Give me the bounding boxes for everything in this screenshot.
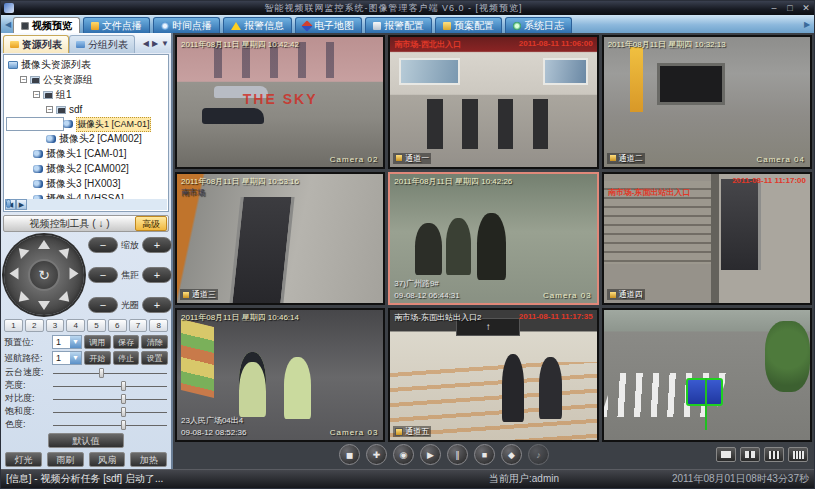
collapse-icon[interactable]: − <box>46 106 53 113</box>
tree-item-camera2b[interactable]: 摄像头2 [CAM002] <box>6 161 168 176</box>
video-cell-5-selected[interactable]: 2011年08月11日 星期四 10:42:26 37)广州路9# 09-08-… <box>388 172 598 306</box>
video-cell-3[interactable]: 2011年08月11日 星期四 10:32:13 通道二 Camera 04 <box>602 35 812 169</box>
minimize-button[interactable]: – <box>769 3 779 13</box>
stop-button[interactable]: ■ <box>474 444 495 465</box>
tab-system-log[interactable]: 系统日志 <box>505 17 572 33</box>
focus-far-button[interactable]: + <box>142 267 172 283</box>
tab-file-playback[interactable]: 文件点播 <box>83 17 150 33</box>
scroll-right-arrow-icon[interactable]: ▶ <box>16 199 27 210</box>
record-button[interactable]: ◆ <box>501 444 522 465</box>
video-cell-6[interactable]: 2011-08-11 11:17:00 南市场-东面出站出入口 通道四 <box>602 172 812 306</box>
cruise-stop-button[interactable]: 停止 <box>113 351 140 365</box>
play-button[interactable]: ▶ <box>420 444 441 465</box>
ptz-downright-icon[interactable] <box>59 291 74 306</box>
layout-sixteen-button[interactable] <box>788 447 808 462</box>
tab-scroll-right[interactable]: ▶ <box>802 20 812 29</box>
video-cell-4[interactable]: 2011年08月11日 星期四 10:53:16 南市场 通道三 <box>175 172 385 306</box>
tab-resource-list[interactable]: 资源列表 <box>3 35 69 53</box>
slider-thumb[interactable] <box>121 381 126 391</box>
contrast-slider[interactable] <box>53 394 167 404</box>
video-cell-2[interactable]: 南市场-西北出入口 2011-08-11 11:06:00 通道一 <box>388 35 598 169</box>
chevron-down-icon[interactable]: ▼ <box>70 336 81 348</box>
pan-speed-slider[interactable] <box>53 368 167 378</box>
preset-8-button[interactable]: 8 <box>149 319 168 332</box>
preset-6-button[interactable]: 6 <box>108 319 127 332</box>
focus-near-button[interactable]: − <box>88 267 118 283</box>
tree-item-camera2[interactable]: 摄像头2 [CAM002] <box>6 131 168 146</box>
heater-button[interactable]: 加热 <box>130 452 167 467</box>
tab-video-preview[interactable]: 视频预览 <box>13 17 80 33</box>
preset-1-button[interactable]: 1 <box>4 319 23 332</box>
slider-thumb[interactable] <box>99 368 104 378</box>
ptz-down-icon[interactable] <box>38 301 50 310</box>
tree-item-group1[interactable]: − 组1 <box>6 87 168 102</box>
scrollbar-thumb[interactable] <box>6 199 11 208</box>
slider-thumb[interactable] <box>121 407 126 417</box>
tab-scroll-left[interactable]: ◀ <box>3 20 13 29</box>
tree-item-camera3[interactable]: 摄像头3 [HX003] <box>6 176 168 191</box>
default-values-button[interactable]: 默认值 <box>48 433 124 448</box>
tab-e-map[interactable]: 电子地图 <box>295 17 362 33</box>
wiper-button[interactable]: 雨刷 <box>47 452 84 467</box>
cruise-select[interactable]: 1 ▼ <box>52 351 82 365</box>
layout-quad-button[interactable] <box>740 447 760 462</box>
tab-plan-config[interactable]: 预案配置 <box>435 17 502 33</box>
ptz-direction-pad[interactable]: ↻ <box>4 235 84 315</box>
tree-item-sdf[interactable]: − sdf <box>6 102 168 117</box>
layout-single-button[interactable] <box>716 447 736 462</box>
video-control-toolbar-header[interactable]: 视频控制工具 ( ↓ ) 高级 <box>3 215 169 232</box>
tree-item-camera1-selected[interactable]: 摄像头1 [CAM-01] <box>6 117 64 131</box>
ptz-upright-icon[interactable] <box>59 244 74 259</box>
snapshot-button[interactable]: ◉ <box>393 444 414 465</box>
zoom-out-button[interactable]: − <box>88 237 118 253</box>
tree-item-camera1b[interactable]: 摄像头1 [CAM-01] <box>6 146 168 161</box>
preset-save-button[interactable]: 保存 <box>113 335 140 349</box>
preset-7-button[interactable]: 7 <box>129 319 148 332</box>
brightness-slider[interactable] <box>53 381 167 391</box>
preset-5-button[interactable]: 5 <box>87 319 106 332</box>
ptz-mode-button[interactable]: ✚ <box>366 444 387 465</box>
tree-item-group[interactable]: − 公安资源组 <box>6 72 168 87</box>
iris-open-button[interactable]: + <box>142 297 172 313</box>
light-button[interactable]: 灯光 <box>5 452 42 467</box>
panel-dropdown-icon[interactable]: ▼ <box>161 39 169 48</box>
zoom-in-button[interactable]: + <box>142 237 172 253</box>
video-cell-1[interactable]: 2011年08月11日 星期四 10:42:42 THE SKY Camera … <box>175 35 385 169</box>
tab-alarm-config[interactable]: 报警配置 <box>365 17 432 33</box>
slider-thumb[interactable] <box>121 420 126 430</box>
slider-thumb[interactable] <box>121 394 126 404</box>
preset-select[interactable]: 1 ▼ <box>52 335 82 349</box>
panel-scroll-right[interactable]: ▶ <box>152 39 158 48</box>
video-cell-9[interactable] <box>602 308 812 442</box>
preset-2-button[interactable]: 2 <box>25 319 44 332</box>
ptz-up-icon[interactable] <box>38 240 50 249</box>
maximize-button[interactable]: □ <box>785 3 795 13</box>
cruise-set-button[interactable]: 设置 <box>141 351 168 365</box>
ptz-downleft-icon[interactable] <box>15 291 30 306</box>
collapse-icon[interactable]: − <box>33 91 40 98</box>
hue-slider[interactable] <box>53 420 167 430</box>
preset-call-button[interactable]: 调用 <box>84 335 111 349</box>
layout-nine-button[interactable] <box>764 447 784 462</box>
pause-button[interactable]: ∥ <box>447 444 468 465</box>
tree-item-root[interactable]: 摄像头资源列表 <box>6 57 168 72</box>
close-button[interactable]: ✕ <box>801 3 811 13</box>
ptz-auto-scan-button[interactable]: ↻ <box>28 259 60 291</box>
chevron-down-icon[interactable]: ▼ <box>70 352 81 364</box>
preset-3-button[interactable]: 3 <box>46 319 65 332</box>
preset-clear-button[interactable]: 清除 <box>141 335 168 349</box>
panel-scroll-left[interactable]: ◀ <box>143 39 149 48</box>
video-cell-7[interactable]: 2011年08月11日 星期四 10:46:14 23人民广场04出4 09-0… <box>175 308 385 442</box>
collapse-icon[interactable]: − <box>20 76 27 83</box>
ptz-left-icon[interactable] <box>10 268 19 280</box>
video-cell-8[interactable]: 南市场-东面出站出入口2 2011-08-11 11:17:35 通道五 <box>388 308 598 442</box>
iris-close-button[interactable]: − <box>88 297 118 313</box>
tree-horizontal-scrollbar[interactable]: ◀ ▶ <box>5 199 167 210</box>
ptz-upleft-icon[interactable] <box>15 244 30 259</box>
cruise-start-button[interactable]: 开始 <box>84 351 111 365</box>
ptz-right-icon[interactable] <box>70 268 79 280</box>
saturation-slider[interactable] <box>53 407 167 417</box>
fan-button[interactable]: 风扇 <box>89 452 126 467</box>
tab-group-list[interactable]: 分组列表 <box>69 35 135 53</box>
advanced-button[interactable]: 高级 <box>135 216 167 231</box>
